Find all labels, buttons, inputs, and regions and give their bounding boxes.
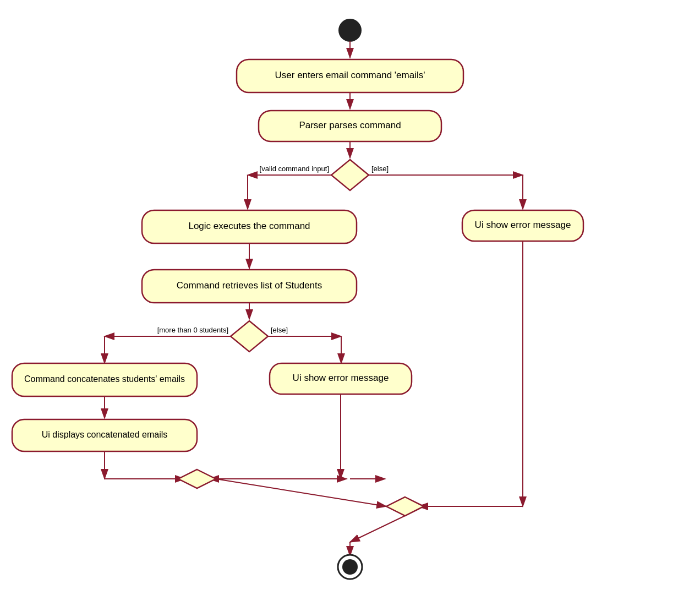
node-parser-parses-label: Parser parses command [299, 120, 401, 130]
node-command-retrieves-label: Command retrieves list of Students [177, 280, 322, 291]
guard-else2-label: [else] [271, 326, 288, 334]
guard-more-label: [more than 0 students] [157, 326, 228, 334]
arrow-d4-end [350, 516, 405, 542]
guard-valid-label: [valid command input] [260, 165, 329, 173]
node-ui-error-1-label: Ui show error message [475, 220, 571, 230]
node-ui-displays-label: Ui displays concatenated emails [42, 430, 168, 439]
node-ui-error-2-label: Ui show error message [293, 373, 389, 383]
diamond-valid-command [331, 160, 369, 190]
end-node-inner [342, 559, 358, 575]
diamond-merge-2 [386, 497, 424, 516]
node-user-enters-command-label: User enters email command 'emails' [275, 70, 425, 80]
node-logic-executes-label: Logic executes the command [188, 221, 310, 231]
guard-else1-label: [else] [371, 165, 389, 173]
arrow-merge1-to-merge2 [216, 479, 386, 506]
start-node [339, 19, 361, 41]
diamond-merge-1 [178, 470, 216, 488]
node-concatenates-label: Command concatenates students' emails [24, 374, 185, 384]
diamond-students-count [231, 321, 268, 352]
